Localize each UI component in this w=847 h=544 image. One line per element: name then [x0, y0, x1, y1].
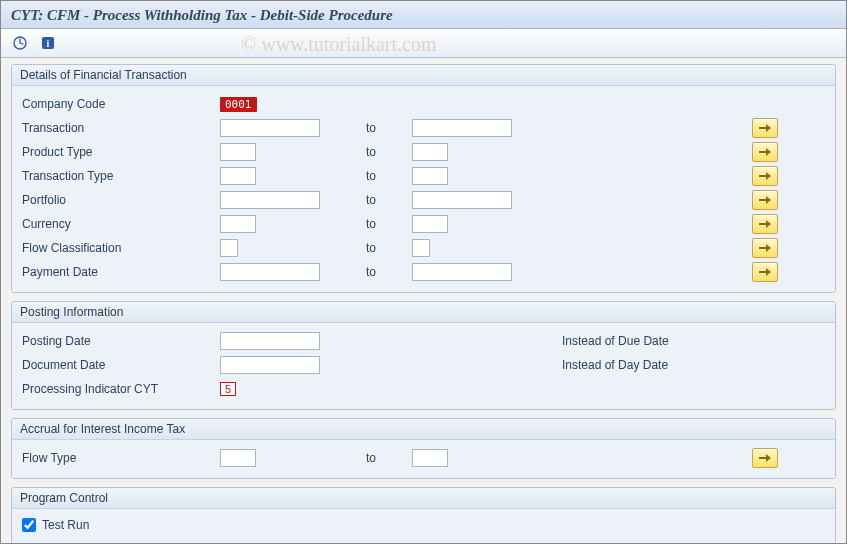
- detail-multiselect-button[interactable]: [752, 118, 778, 138]
- clock-icon: [13, 36, 27, 50]
- detail-to-label: to: [360, 265, 412, 279]
- detail-multiselect-button[interactable]: [752, 238, 778, 258]
- flow-type-to-label: to: [360, 451, 412, 465]
- detail-multiselect-button[interactable]: [752, 262, 778, 282]
- group-control-body: Test Run: [12, 509, 835, 543]
- info-icon: i: [41, 36, 55, 50]
- group-details-title: Details of Financial Transaction: [12, 65, 835, 86]
- detail-to-input[interactable]: [412, 215, 448, 233]
- flow-type-label: Flow Type: [20, 451, 220, 465]
- detail-to-label: to: [360, 145, 412, 159]
- group-accrual: Accrual for Interest Income Tax Flow Typ…: [11, 418, 836, 479]
- detail-to-input[interactable]: [412, 167, 448, 185]
- detail-to-input[interactable]: [412, 263, 512, 281]
- test-run-label: Test Run: [42, 518, 89, 532]
- row-flow-type: Flow Type to: [20, 446, 827, 470]
- detail-to-label: to: [360, 121, 412, 135]
- document-date-input[interactable]: [220, 356, 320, 374]
- detail-multiselect-button[interactable]: [752, 190, 778, 210]
- detail-label: Payment Date: [20, 265, 220, 279]
- flow-type-multiselect-button[interactable]: [752, 448, 778, 468]
- execute-button[interactable]: [9, 33, 31, 53]
- detail-to-label: to: [360, 169, 412, 183]
- document-date-note: Instead of Day Date: [552, 358, 752, 372]
- arrow-right-icon: [759, 267, 771, 277]
- posting-date-label: Posting Date: [20, 334, 220, 348]
- row-posting-date: Posting Date Instead of Due Date: [20, 329, 827, 353]
- processing-indicator-value: 5: [220, 382, 236, 396]
- group-control-title: Program Control: [12, 488, 835, 509]
- company-code-value: 0001: [220, 97, 257, 112]
- detail-from-input[interactable]: [220, 215, 256, 233]
- detail-from-input[interactable]: [220, 263, 320, 281]
- group-posting: Posting Information Posting Date Instead…: [11, 301, 836, 410]
- page-title: CYT: CFM - Process Withholding Tax - Deb…: [11, 7, 836, 24]
- company-code-label: Company Code: [20, 97, 220, 111]
- row-transaction: Transactionto: [20, 116, 827, 140]
- row-processing-indicator: Processing Indicator CYT 5: [20, 377, 827, 401]
- row-transaction-type: Transaction Typeto: [20, 164, 827, 188]
- detail-from-input[interactable]: [220, 167, 256, 185]
- toolbar: i: [1, 29, 846, 58]
- detail-label: Transaction Type: [20, 169, 220, 183]
- arrow-right-icon: [759, 171, 771, 181]
- detail-from-input[interactable]: [220, 143, 256, 161]
- group-accrual-body: Flow Type to: [12, 440, 835, 478]
- svg-text:i: i: [47, 38, 50, 49]
- group-accrual-title: Accrual for Interest Income Tax: [12, 419, 835, 440]
- detail-label: Portfolio: [20, 193, 220, 207]
- processing-indicator-label: Processing Indicator CYT: [20, 382, 220, 396]
- arrow-right-icon: [759, 147, 771, 157]
- flow-type-from-input[interactable]: [220, 449, 256, 467]
- detail-from-input[interactable]: [220, 119, 320, 137]
- detail-label: Currency: [20, 217, 220, 231]
- detail-to-label: to: [360, 241, 412, 255]
- detail-to-label: to: [360, 193, 412, 207]
- detail-label: Flow Classification: [20, 241, 220, 255]
- detail-multiselect-button[interactable]: [752, 142, 778, 162]
- detail-multiselect-button[interactable]: [752, 166, 778, 186]
- detail-label: Transaction: [20, 121, 220, 135]
- arrow-right-icon: [759, 243, 771, 253]
- detail-to-input[interactable]: [412, 239, 430, 257]
- posting-date-input[interactable]: [220, 332, 320, 350]
- flow-type-to-input[interactable]: [412, 449, 448, 467]
- detail-label: Product Type: [20, 145, 220, 159]
- document-date-label: Document Date: [20, 358, 220, 372]
- detail-to-input[interactable]: [412, 191, 512, 209]
- title-bar: CYT: CFM - Process Withholding Tax - Deb…: [1, 1, 846, 29]
- test-run-checkbox[interactable]: [22, 518, 36, 532]
- group-posting-title: Posting Information: [12, 302, 835, 323]
- row-portfolio: Portfolioto: [20, 188, 827, 212]
- posting-date-note: Instead of Due Date: [552, 334, 752, 348]
- detail-from-input[interactable]: [220, 239, 238, 257]
- detail-to-label: to: [360, 217, 412, 231]
- arrow-right-icon: [759, 123, 771, 133]
- group-details: Details of Financial Transaction Company…: [11, 64, 836, 293]
- group-details-body: Company Code 0001 TransactiontoProduct T…: [12, 86, 835, 292]
- row-product-type: Product Typeto: [20, 140, 827, 164]
- test-run-row[interactable]: Test Run: [20, 515, 827, 535]
- group-posting-body: Posting Date Instead of Due Date Documen…: [12, 323, 835, 409]
- info-button[interactable]: i: [37, 33, 59, 53]
- group-control: Program Control Test Run: [11, 487, 836, 544]
- detail-multiselect-button[interactable]: [752, 214, 778, 234]
- detail-to-input[interactable]: [412, 119, 512, 137]
- row-currency: Currencyto: [20, 212, 827, 236]
- detail-to-input[interactable]: [412, 143, 448, 161]
- arrow-right-icon: [759, 453, 771, 463]
- arrow-right-icon: [759, 219, 771, 229]
- row-company-code: Company Code 0001: [20, 92, 827, 116]
- arrow-right-icon: [759, 195, 771, 205]
- row-flow-classification: Flow Classificationto: [20, 236, 827, 260]
- row-document-date: Document Date Instead of Day Date: [20, 353, 827, 377]
- row-payment-date: Payment Dateto: [20, 260, 827, 284]
- detail-from-input[interactable]: [220, 191, 320, 209]
- content: Details of Financial Transaction Company…: [1, 58, 846, 544]
